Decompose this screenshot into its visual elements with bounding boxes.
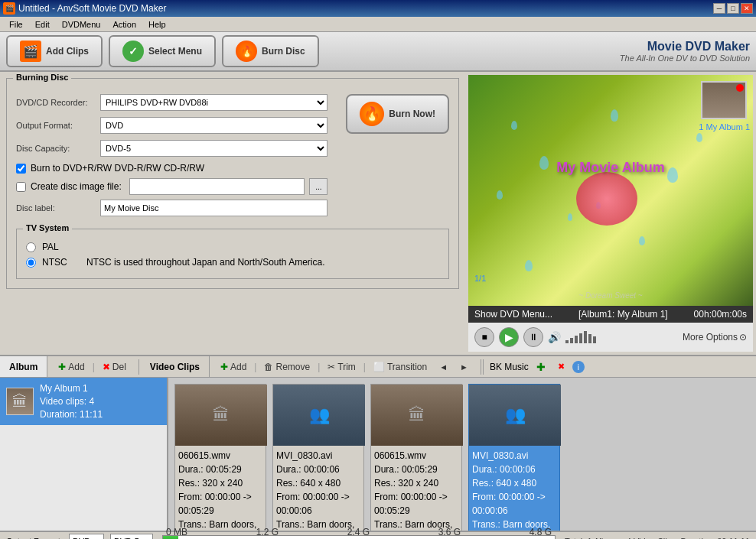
clips-nav-next[interactable]: ► [455,361,473,373]
more-options-icon: ⊙ [739,332,747,343]
clip-duration-4: Dura.: 00:00:06 [472,463,556,476]
album-del-label: Del [112,362,126,372]
clip-item[interactable]: 🏛 060615.wmv Dura.: 00:05:29 Res.: 320 x… [370,384,462,531]
clip-area: 🏛 My Album 1 Video clips: 4 Duration: 11… [0,378,756,531]
add-clips-button[interactable]: 🎬 Add Clips [6,35,103,67]
play-button[interactable]: ▶ [499,327,519,347]
album-clips: Video clips: 4 [40,395,103,408]
disc-label-input[interactable] [100,200,327,216]
video-clips-tab[interactable]: Video Clips [141,356,210,377]
clip-info-2: MVI_0830.avi Dura.: 00:00:06 Res.: 640 x… [273,446,363,531]
pal-row: PAL [26,242,439,252]
preview-controls: ■ ▶ ⏸ 🔊 More Options ⊙ [468,323,753,352]
clip-item-selected[interactable]: 👥 MVI_0830.avi Dura.: 00:00:06 Res.: 640… [468,384,560,531]
video-clips-panel: 🏛 060615.wmv Dura.: 00:05:29 Res.: 320 x… [168,378,756,531]
clip-filename-3: 060615.wmv [374,449,458,463]
clips-remove-button[interactable]: 🗑 Remove [259,360,314,374]
burn-now-button[interactable]: 🔥 Burn Now! [346,94,449,134]
browse-button[interactable]: ... [309,178,327,195]
ntsc-label: NTSC [42,257,80,268]
more-options-button[interactable]: More Options ⊙ [683,332,747,343]
progress-bar: 0 MB 1.2 G 2.4 G 3.6 G 4.8 G [162,535,556,539]
tv-system-title: TV System [23,223,72,232]
album-add-label: Add [68,362,84,372]
mark-4: 4.8 G [530,527,552,537]
mark-3: 3.6 G [438,527,461,537]
status-format-select[interactable]: DVD [69,534,104,539]
app-title: Untitled - AnvSoft Movie DVD Maker [18,3,166,14]
burn-checkbox-label: Burn to DVD+R/RW DVD-R/RW CD-R/RW [31,163,204,174]
preview-counter: 1/1 [474,274,486,283]
burn-disc-icon: 🔥 [236,41,257,62]
pal-radio[interactable] [26,242,36,252]
clip-from-3: From: 00:00:00 -> 00:05:29 [374,490,458,518]
output-format-select[interactable]: DVD [100,117,327,134]
panel-separator [138,359,139,375]
clip-filename-1: 060615.wmv [178,449,262,463]
clip-info-4: MVI_0830.avi Dura.: 00:00:06 Res.: 640 x… [469,446,559,531]
menu-file[interactable]: File [3,18,29,31]
menu-help[interactable]: Help [142,18,172,31]
menu-dvdmenu[interactable]: DVDMenu [56,18,107,31]
clip-res-2: Res.: 640 x 480 [276,476,360,490]
burn-disc-button[interactable]: 🔥 Burn Disc [222,35,319,67]
album-add-button[interactable]: ✚ Add [54,360,89,374]
bk-music-remove[interactable]: ✖ [553,360,569,373]
album-thumbnail: 🏛 [6,388,34,415]
album-item[interactable]: 🏛 My Album 1 Video clips: 4 Duration: 11… [0,378,167,425]
bk-music-label: BK Music [490,362,529,372]
status-disc-select[interactable]: DVD-5 [110,534,153,539]
bottom-toolbar: Album ✚ Add | ✖ Del Video Clips ✚ Add | [0,356,756,378]
bk-music-add[interactable]: ✚ [532,359,550,375]
album-del-button[interactable]: ✖ Del [98,360,131,374]
select-menu-label: Select Menu [148,46,202,57]
preview-thumbnail [701,81,747,119]
clip-item[interactable]: 👥 MVI_0830.avi Dura.: 00:00:06 Res.: 640… [272,384,364,531]
burn-now-icon: 🔥 [360,102,384,126]
clips-trim-button[interactable]: ✂ Trim [323,360,360,374]
preview-area: My Movie Album 1 My Album 1 1/1 ~ Doream… [468,75,753,306]
select-menu-button[interactable]: ✓ Select Menu [109,35,216,67]
menu-edit[interactable]: Edit [29,18,56,31]
minimize-button[interactable]: ─ [713,3,725,14]
clips-nav-prev[interactable]: ◄ [435,361,452,373]
del-icon: ✖ [103,362,110,372]
clip-thumbnail-3: 🏛 [371,385,463,446]
burn-checkbox[interactable] [16,164,26,174]
create-image-checkbox[interactable] [16,182,26,192]
album-tab[interactable]: Album [0,356,47,377]
product-tagline: The All-In One DV to DVD Solution [620,54,750,63]
mark-0: 0 MB [166,527,187,537]
dvd-recorder-select[interactable]: PHILIPS DVD+RW DVD88i [100,94,327,111]
clip-thumbnail-2: 👥 [273,385,365,446]
burn-now-label: Burn Now! [389,109,435,119]
preview-status-middle: [Album1: My Album 1] [578,309,668,320]
clip-from-4: From: 00:00:00 -> 00:00:06 [472,490,556,518]
menu-action[interactable]: Action [106,18,142,31]
ntsc-radio[interactable] [26,258,36,268]
clips-transition-button[interactable]: ⬜ Transition [369,360,432,374]
menu-bar: File Edit DVDMenu Action Help [0,17,756,32]
left-panel: Burning Disc DVD/CD Recorder: PHILIPS DV… [0,72,465,355]
volume-bar-2 [570,338,573,343]
disc-capacity-row: Disc Capacity: DVD-5 [16,140,327,157]
image-path-input[interactable] [129,178,305,195]
maximize-button[interactable]: □ [727,3,739,14]
album-panel: 🏛 My Album 1 Video clips: 4 Duration: 11… [0,378,168,531]
disc-capacity-select[interactable]: DVD-5 [100,140,327,157]
clip-filename-2: MVI_0830.avi [276,449,360,463]
preview-status-right: 00h:00m:00s [694,309,747,320]
bk-music-info[interactable]: i [572,361,585,373]
pause-button[interactable]: ⏸ [523,327,543,347]
video-clips-actions: ✚ Add | 🗑 Remove | ✂ Trim | ⬜ Transition… [210,360,479,374]
remove-icon: 🗑 [264,362,273,372]
clip-item[interactable]: 🏛 060615.wmv Dura.: 00:05:29 Res.: 320 x… [174,384,266,531]
main-content: Burning Disc DVD/CD Recorder: PHILIPS DV… [0,72,756,355]
close-button[interactable]: ✕ [741,3,753,14]
clip-res-3: Res.: 320 x 240 [374,476,458,490]
preview-status-left: Show DVD Menu... [474,309,552,320]
clips-add-button[interactable]: ✚ Add [216,360,251,374]
stop-button[interactable]: ■ [474,327,494,347]
app-icon: 🎬 [3,2,15,15]
preview-title: My Movie Album [556,159,664,175]
